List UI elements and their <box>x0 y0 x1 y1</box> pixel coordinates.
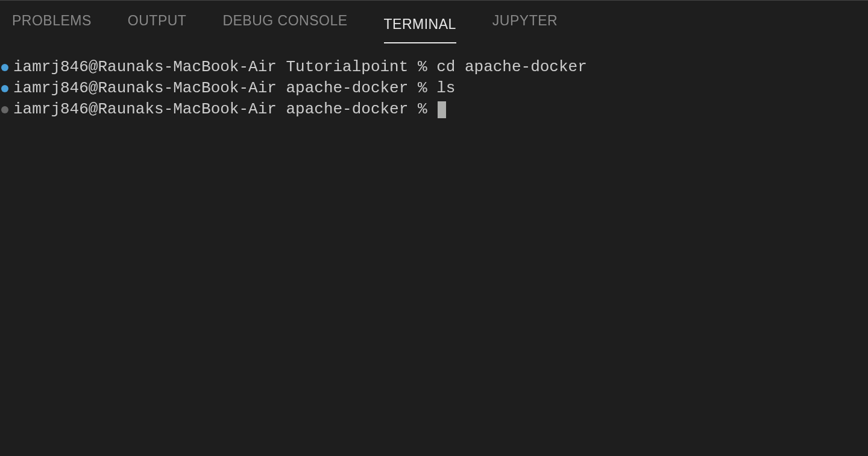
terminal-output[interactable]: iamrj846@Raunaks-MacBook-Air Tutorialpoi… <box>0 46 868 120</box>
terminal-command: cd apache-docker <box>436 57 587 78</box>
terminal-line: iamrj846@Raunaks-MacBook-Air apache-dock… <box>0 99 868 120</box>
prompt-marker-icon <box>1 85 8 92</box>
terminal-line: iamrj846@Raunaks-MacBook-Air Tutorialpoi… <box>0 57 868 78</box>
prompt-marker-icon <box>1 106 8 113</box>
tab-output[interactable]: OUTPUT <box>128 13 187 36</box>
terminal-prompt: iamrj846@Raunaks-MacBook-Air apache-dock… <box>13 99 436 120</box>
tab-problems[interactable]: PROBLEMS <box>12 13 92 36</box>
terminal-command: ls <box>436 78 455 99</box>
prompt-marker-icon <box>1 64 8 71</box>
terminal-prompt: iamrj846@Raunaks-MacBook-Air apache-dock… <box>13 78 436 99</box>
tab-terminal[interactable]: TERMINAL <box>384 16 456 43</box>
terminal-cursor <box>438 101 446 118</box>
panel-tabs: PROBLEMS OUTPUT DEBUG CONSOLE TERMINAL J… <box>0 1 868 46</box>
tab-jupyter[interactable]: JUPYTER <box>492 13 558 36</box>
tab-debug-console[interactable]: DEBUG CONSOLE <box>222 13 347 36</box>
terminal-line: iamrj846@Raunaks-MacBook-Air apache-dock… <box>0 78 868 99</box>
terminal-prompt: iamrj846@Raunaks-MacBook-Air Tutorialpoi… <box>13 57 436 78</box>
